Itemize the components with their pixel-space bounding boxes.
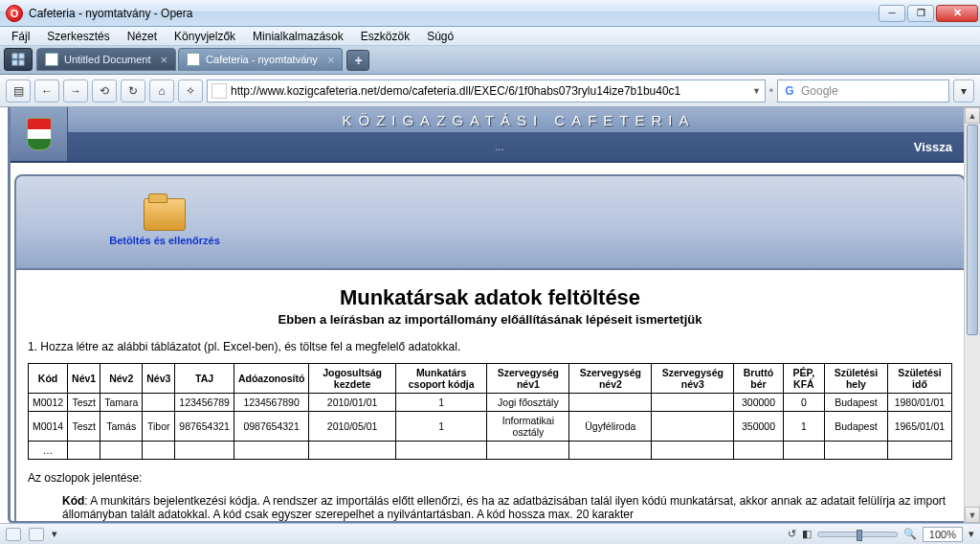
doc-subtitle: Ebben a leírásban az importállomány előá… [28, 312, 952, 327]
table-cell: Jogi főosztály [487, 394, 569, 412]
chevron-down-icon[interactable]: ▾ [969, 528, 974, 540]
table-cell: Teszt [68, 394, 100, 412]
import-table: KódNév1Név2Név3TAJAdóazonosítóJogosultsá… [28, 363, 952, 460]
tab-label: Cafeteria - nyomtatvány [206, 54, 318, 65]
table-cell [652, 442, 734, 460]
table-cell: 300000 [734, 394, 784, 412]
menu-file[interactable]: Fájl [4, 28, 37, 45]
table-header: PÉP, KFÁ [783, 364, 824, 394]
table-cell: Tamás [100, 412, 143, 442]
rewind-button[interactable]: ⟲ [92, 79, 117, 102]
table-cell: 2010/05/01 [309, 412, 396, 442]
doc-title: Munkatársak adatok feltöltése [28, 285, 952, 310]
status-bar: ▾ ↺ ◧ 🔍 100% ▾ [0, 523, 980, 544]
table-cell [652, 412, 734, 442]
table-cell: Tibor [143, 412, 175, 442]
zoom-icon[interactable]: 🔍 [903, 528, 917, 540]
table-header: Név3 [143, 364, 175, 394]
menu-tools[interactable]: Eszközök [353, 28, 417, 45]
table-cell: 0 [783, 394, 824, 412]
table-cell [783, 442, 824, 460]
forward-button[interactable]: → [63, 79, 88, 102]
vertical-scrollbar[interactable]: ▲ ▼ [964, 107, 980, 523]
back-button[interactable]: ← [34, 79, 59, 102]
table-header: Jogosultság kezdete [309, 364, 396, 394]
back-link[interactable]: Vissza [914, 140, 952, 154]
table-header: TAJ [175, 364, 234, 394]
url-text: http://www.kozigcafeteria.net/demo/cafet… [231, 84, 748, 98]
tab-close-icon[interactable]: × [161, 53, 168, 67]
table-header: Születési idő [887, 364, 951, 394]
table-cell: Teszt [68, 412, 100, 442]
camera-icon[interactable]: ◧ [802, 528, 812, 540]
table-cell: Tamara [100, 394, 143, 412]
tab-cafeteria[interactable]: Cafeteria - nyomtatvány × [178, 48, 343, 71]
table-cell: Ügyféliroda [569, 412, 652, 442]
table-header: Szervegység név2 [569, 364, 652, 394]
panel-toggle-icon[interactable] [6, 528, 21, 541]
table-cell [68, 442, 100, 460]
document-icon [45, 53, 58, 66]
google-icon: G [782, 83, 797, 99]
close-button[interactable]: ✕ [936, 5, 978, 22]
wand-button[interactable]: ✧ [178, 79, 203, 102]
table-cell: M0014 [29, 412, 68, 442]
minimize-button[interactable]: ─ [879, 5, 905, 22]
menu-help[interactable]: Súgó [419, 28, 461, 45]
table-cell [100, 442, 143, 460]
menu-widgets[interactable]: Minialkalmazások [245, 28, 351, 45]
reload-button[interactable]: ↻ [121, 79, 145, 102]
table-cell [143, 442, 175, 460]
table-header: Szervegység név1 [487, 364, 569, 394]
status-sep: ▾ [52, 528, 57, 540]
menu-view[interactable]: Nézet [120, 28, 165, 45]
address-bar[interactable]: http://www.kozigcafeteria.net/demo/cafet… [207, 79, 766, 102]
links-panel-icon[interactable] [29, 528, 44, 541]
table-header: Kód [29, 364, 68, 394]
maximize-button[interactable]: ❐ [907, 5, 934, 22]
speed-dial-button[interactable] [4, 48, 33, 71]
zoom-value[interactable]: 100% [923, 527, 963, 542]
table-header: Munkatárs csoport kódja [395, 364, 487, 394]
scroll-thumb[interactable] [967, 125, 978, 335]
svg-rect-2 [12, 60, 17, 65]
zoom-knob[interactable] [857, 530, 862, 541]
svg-rect-1 [19, 54, 24, 58]
home-button[interactable]: ⌂ [149, 79, 174, 102]
banner-subtitle: ... [495, 141, 503, 152]
sidebar-toggle-button[interactable]: ▤ [6, 79, 31, 102]
tab-untitled[interactable]: Untitled Document × [36, 48, 176, 71]
column-desc-kod: Kód: A munkitárs bejelentkezési kódja. A… [62, 494, 952, 521]
menu-bookmarks[interactable]: Könyvjelzők [167, 28, 243, 45]
scroll-down-arrow[interactable]: ▼ [965, 507, 980, 523]
table-cell: 1980/01/01 [887, 394, 951, 412]
table-cell: 2010/01/01 [309, 394, 396, 412]
folder-icon [144, 198, 186, 231]
table-cell [887, 442, 951, 460]
tab-label: Untitled Document [64, 54, 151, 65]
dropdown-icon[interactable]: ▼ [752, 86, 761, 96]
load-check-button[interactable]: Betöltés és ellenőrzés [16, 198, 313, 246]
table-cell: Budapest [824, 394, 887, 412]
table-cell: … [29, 442, 68, 460]
new-tab-button[interactable]: + [346, 50, 369, 71]
zoom-slider[interactable] [817, 532, 898, 537]
table-cell [395, 442, 487, 460]
table-row: M0014TesztTamásTibor98765432109876543212… [29, 412, 952, 442]
table-cell: 1965/01/01 [887, 412, 951, 442]
table-cell: 1234567890 [234, 394, 308, 412]
table-header: Születési hely [824, 364, 887, 394]
scroll-up-arrow[interactable]: ▲ [965, 107, 980, 124]
view-mode-button[interactable]: ▾ [953, 79, 974, 102]
tab-close-icon[interactable]: × [327, 53, 335, 67]
table-cell [234, 442, 308, 460]
search-bar[interactable]: G Google [777, 79, 949, 102]
table-cell [487, 442, 569, 460]
table-cell: 1 [395, 394, 487, 412]
menu-edit[interactable]: Szerkesztés [39, 28, 117, 45]
navigation-toolbar: ▤ ← → ⟲ ↻ ⌂ ✧ http://www.kozigcafeteria.… [0, 75, 980, 107]
table-cell: 350000 [734, 412, 784, 442]
step-text: 1. Hozza létre az alábbi táblázatot (pl.… [28, 340, 952, 353]
sync-icon[interactable]: ↺ [788, 528, 796, 540]
table-cell: 1 [783, 412, 824, 442]
